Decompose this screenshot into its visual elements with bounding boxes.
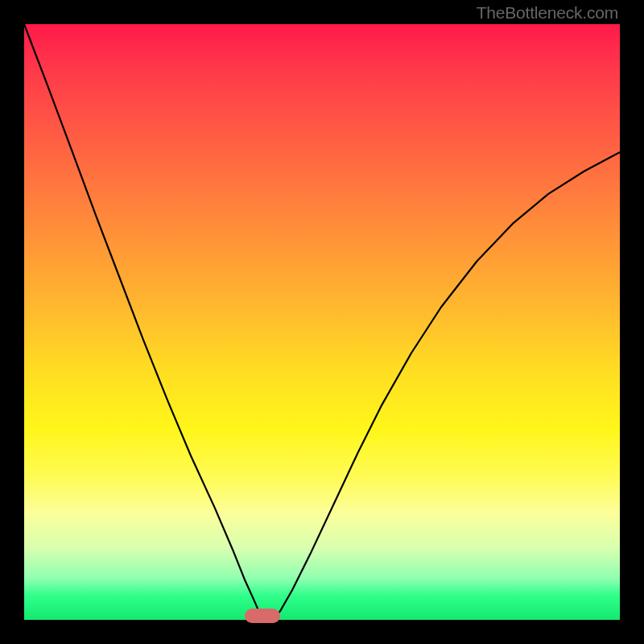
bottleneck-curve	[24, 24, 620, 620]
minimum-marker	[245, 609, 280, 623]
curve-left-branch	[24, 24, 264, 620]
curve-right-branch	[273, 152, 620, 620]
watermark-text: TheBottleneck.com	[477, 3, 618, 23]
plot-area	[24, 24, 620, 620]
chart-frame: TheBottleneck.com	[0, 0, 644, 644]
